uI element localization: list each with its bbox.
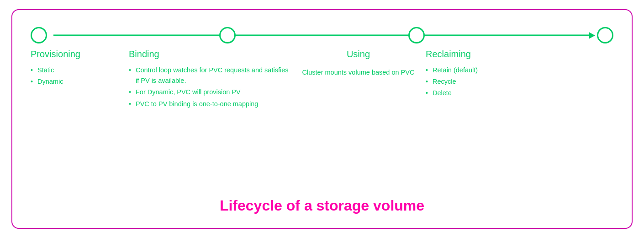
using-text: Cluster mounts volume based on PVC (291, 67, 426, 78)
node-binding (219, 27, 236, 43)
reclaiming-title: Reclaiming (426, 49, 613, 60)
node-reclaiming (597, 27, 613, 43)
node-using (408, 27, 425, 43)
using-content: Cluster mounts volume based on PVC (291, 65, 426, 78)
reclaiming-content: Retain (default) Recycle Delete (426, 65, 613, 100)
list-item: Recycle (426, 76, 613, 87)
timeline-nodes (31, 24, 613, 47)
node-provisioning (31, 27, 47, 43)
binding-title: Binding (129, 49, 291, 60)
list-item: Dynamic (31, 76, 129, 87)
stage-provisioning: Provisioning Static Dynamic (31, 49, 129, 193)
using-title: Using (291, 49, 426, 60)
content-area: Provisioning Static Dynamic Binding Cont… (31, 49, 613, 193)
list-item: Control loop watches for PVC requests an… (129, 65, 291, 86)
stage-reclaiming: Reclaiming Retain (default) Recycle Dele… (426, 49, 613, 193)
binding-content: Control loop watches for PVC requests an… (129, 65, 291, 110)
list-item: For Dynamic, PVC will provision PV (129, 87, 291, 97)
diagram-container: Provisioning Static Dynamic Binding Cont… (11, 9, 633, 229)
stage-binding: Binding Control loop watches for PVC req… (129, 49, 291, 193)
list-item: Retain (default) (426, 65, 613, 76)
provisioning-title: Provisioning (31, 49, 129, 60)
provisioning-content: Static Dynamic (31, 65, 129, 88)
list-item: PVC to PV binding is one-to-one mapping (129, 99, 291, 109)
footer-title: Lifecycle of a storage volume (31, 197, 613, 219)
list-item: Delete (426, 88, 613, 98)
list-item: Static (31, 65, 129, 76)
timeline (31, 24, 613, 47)
stage-using: Using Cluster mounts volume based on PVC (291, 49, 426, 193)
